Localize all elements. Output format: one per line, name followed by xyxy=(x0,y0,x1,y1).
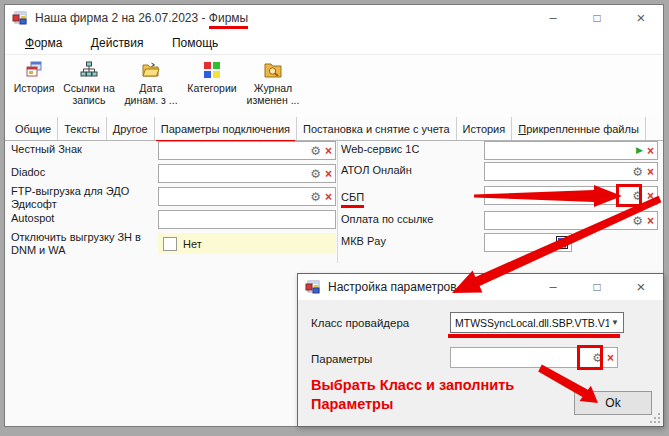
close-button[interactable]: × xyxy=(619,5,663,31)
clear-icon[interactable]: × xyxy=(325,191,332,203)
clear-icon[interactable]: × xyxy=(325,145,332,157)
tab-prikreplennye-fayly[interactable]: Прикрепленные файлы xyxy=(512,117,646,140)
chevron-down-icon: ▼ xyxy=(611,318,619,327)
gear-icon[interactable]: ⚙ xyxy=(632,166,643,178)
maximize-button[interactable]: □ xyxy=(575,5,619,31)
provider-class-value: MTWSSyncLocal.dll.SBP.VTB.V1 xyxy=(455,317,609,329)
chestny-znak-label: Честный Знак xyxy=(11,143,157,156)
checkbox-label: Нет xyxy=(183,238,202,250)
dialog-maximize-button[interactable]: □ xyxy=(575,274,619,300)
menu-deystviya[interactable]: Действия xyxy=(79,31,156,50)
history-icon xyxy=(25,61,43,79)
form-icon xyxy=(305,279,321,295)
menu-forma[interactable]: Форма xyxy=(13,31,74,50)
main-titlebar: Наша фирма 2 на 26.07.2023 - Фирмы – □ × xyxy=(5,5,663,31)
params-field[interactable]: ⚙× xyxy=(450,347,618,368)
record-links-button[interactable]: Ссылки на запись xyxy=(58,60,120,106)
form-icon xyxy=(12,10,28,26)
column-divider xyxy=(337,139,338,263)
mkb-pay-label: МКВ Pay xyxy=(341,235,483,248)
history-button[interactable]: История xyxy=(10,60,58,94)
gear-icon[interactable]: ⚙ xyxy=(592,352,603,364)
dynamic-date-button[interactable]: Дата динам. з ... xyxy=(120,60,182,106)
gear-icon[interactable]: ⚙ xyxy=(310,145,321,157)
open-folder-icon xyxy=(142,61,160,79)
tab-strip: Общие Тексты Другое Параметры подключени… xyxy=(5,117,663,141)
gear-icon[interactable]: ⚙ xyxy=(310,191,321,203)
folder-search-icon xyxy=(264,61,282,79)
web-service-1c-label: Web-сервис 1С xyxy=(341,143,483,156)
title-emphasis-underlined: Фирмы xyxy=(209,11,248,29)
tab-teksty[interactable]: Тексты xyxy=(58,117,107,140)
diadoc-field[interactable]: ⚙× xyxy=(158,164,336,183)
dialog-titlebar: Настройка параметров – □ × xyxy=(298,274,663,300)
params-label: Параметры xyxy=(311,353,372,365)
gear-icon[interactable]: ⚙ xyxy=(632,190,643,202)
menu-bar: Форма Действия Помощь xyxy=(5,31,663,55)
tab-parametry-podklyucheniya[interactable]: Параметры подключения xyxy=(155,117,297,140)
calculator-icon[interactable] xyxy=(556,236,568,249)
dnm-wa-label: Отключить выгрузку ЗН в DNM и WA xyxy=(11,231,157,257)
dialog-title: Настройка параметров xyxy=(328,280,457,294)
checkbox-unchecked[interactable] xyxy=(163,237,177,251)
clear-icon[interactable]: × xyxy=(607,352,614,364)
provider-annotation-underline xyxy=(448,334,620,338)
ok-button[interactable]: Ok xyxy=(574,391,652,415)
tab-obschie[interactable]: Общие xyxy=(9,117,58,140)
clear-icon[interactable]: × xyxy=(325,168,332,180)
resize-grip[interactable] xyxy=(648,411,661,424)
tab-postanovka[interactable]: Постановка и снятие с учета xyxy=(297,117,456,140)
tab-drugoe[interactable]: Другое xyxy=(107,117,155,140)
provider-class-select[interactable]: MTWSSyncLocal.dll.SBP.VTB.V1 ▼ xyxy=(450,312,624,333)
autospot-field[interactable] xyxy=(158,210,336,229)
atol-online-label: АТОЛ Онлайн xyxy=(341,164,483,177)
clear-icon[interactable]: × xyxy=(647,166,654,178)
clear-icon[interactable]: × xyxy=(647,145,654,157)
payment-link-label: Оплата по ссылке xyxy=(341,213,483,226)
window-title: Наша фирма 2 на 26.07.2023 - Фирмы xyxy=(35,11,248,25)
gear-icon[interactable]: ⚙ xyxy=(310,168,321,180)
chestny-znak-field[interactable]: ⚙× xyxy=(158,141,336,160)
menu-pomosch[interactable]: Помощь xyxy=(160,31,230,50)
sbp-label: СБП xyxy=(341,191,483,204)
provider-class-label: Класс провайдера xyxy=(311,317,409,329)
change-log-button[interactable]: Журнал изменен ... xyxy=(242,60,304,106)
dnm-wa-checkbox-strip: Нет xyxy=(158,233,336,254)
autospot-label: Autospot xyxy=(11,212,157,225)
tab-istoriya[interactable]: История xyxy=(457,117,513,140)
payment-link-field[interactable]: ⚙× xyxy=(484,211,658,230)
toolbar: История Ссылки на запись Дата динам. з .… xyxy=(5,55,663,117)
ftp-edo-field[interactable]: ⚙× xyxy=(158,187,336,206)
gear-icon[interactable]: ⚙ xyxy=(632,215,643,227)
sbp-field[interactable]: ⚙× xyxy=(484,186,658,205)
dialog-close-button[interactable]: × xyxy=(619,274,663,300)
clear-icon[interactable]: × xyxy=(647,190,654,202)
categories-button[interactable]: Категории xyxy=(182,60,242,94)
atol-online-field[interactable]: ⚙× xyxy=(484,162,658,181)
diadoc-label: Diadoc xyxy=(11,166,157,179)
dialog-minimize-button[interactable]: – xyxy=(531,274,575,300)
categories-icon xyxy=(203,61,221,79)
web-service-1c-field[interactable]: ▶× xyxy=(484,141,658,160)
clear-icon[interactable]: × xyxy=(647,215,654,227)
run-icon[interactable]: ▶ xyxy=(636,146,643,155)
annotation-note: Выбрать Класс и заполнить Параметры xyxy=(311,376,561,414)
org-chart-icon xyxy=(80,61,98,79)
settings-dialog: Настройка параметров – □ × Класс провайд… xyxy=(297,273,664,427)
minimize-button[interactable]: – xyxy=(531,5,575,31)
ftp-edo-label: FTP-выгрузка для ЭДО Эдисофт xyxy=(11,185,157,211)
mkb-pay-field[interactable] xyxy=(484,233,572,252)
